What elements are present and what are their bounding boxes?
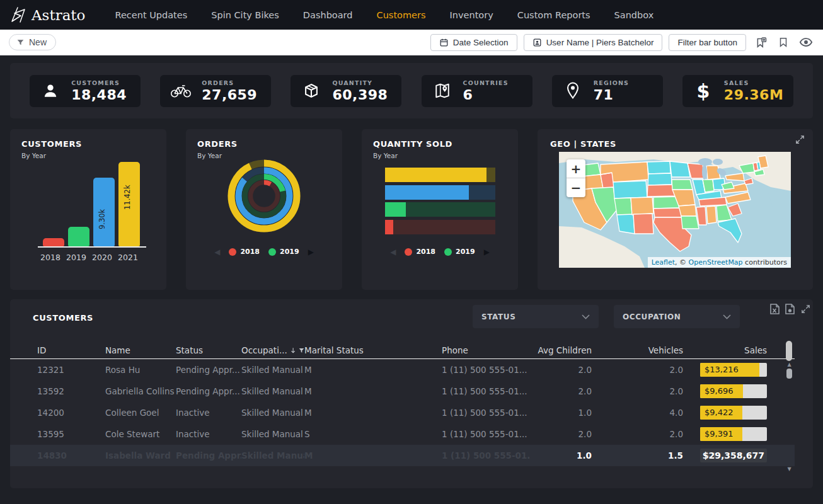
cell-marital: M <box>304 365 442 375</box>
status-filter-dropdown[interactable]: STATUS <box>473 305 599 328</box>
x-axis-labels: 2018 2019 2020 2021 <box>38 253 146 262</box>
sort-desc-icon[interactable] <box>291 346 296 354</box>
date-selection-label: Date Selection <box>453 38 509 47</box>
legend-item-2019[interactable]: 2019 <box>268 248 299 256</box>
bookmark-icon[interactable] <box>775 34 791 50</box>
hbar-2020[interactable] <box>385 185 495 200</box>
sales-bar: $9,391 <box>700 427 767 441</box>
x-tick: 2019 <box>64 253 89 262</box>
col-header-sales[interactable]: Sales <box>683 345 767 355</box>
hbar-2018[interactable] <box>385 220 495 234</box>
legend-next-icon[interactable]: ▶ <box>308 248 314 256</box>
cell-name: Gabriella Collins <box>105 386 176 396</box>
user-button[interactable]: User Name | Piers Batchelor <box>524 34 663 51</box>
cell-status: Inactive <box>176 429 241 439</box>
cell-vehicles: 2.0 <box>592 365 683 375</box>
legend-prev-icon[interactable]: ◀ <box>390 248 396 256</box>
bar-value-label: 9.30k <box>98 209 106 229</box>
table-scrollbar-thumb[interactable] <box>786 341 792 361</box>
cell-phone: 1 (11) 500 555-01... <box>442 408 530 418</box>
scroll-down-icon[interactable]: ▼ <box>786 467 792 472</box>
bar-2020[interactable]: 9.30k <box>93 178 115 246</box>
legend-next-icon[interactable]: ▶ <box>484 248 490 256</box>
export-excel-icon[interactable] <box>770 304 780 314</box>
leaflet-map[interactable]: + − Leaflet, © OpenStreetMap contributor… <box>559 152 791 268</box>
legend-label: 2018 <box>240 248 260 256</box>
donut-chart[interactable] <box>226 158 302 234</box>
map-icon <box>432 83 453 99</box>
nav-item-sandbox[interactable]: Sandbox <box>602 10 666 20</box>
legend-dot <box>405 248 412 256</box>
nav-menu: Recent Updates Spin City Bikes Dashboard… <box>103 10 665 20</box>
legend-label: 2018 <box>416 248 435 256</box>
customers-bar-chart-panel: CUSTOMERS By Year 9.30k 11.42k 2018 2019… <box>10 129 166 290</box>
col-header-marital[interactable]: Marital Status <box>304 345 442 355</box>
scroll-up-icon[interactable]: ▲ <box>786 362 792 367</box>
new-filter-button[interactable]: New <box>9 34 56 50</box>
table-row[interactable]: 13595 Cole Stewart Inactive Skilled Manu… <box>10 423 795 445</box>
bookmark-add-icon[interactable] <box>752 34 769 50</box>
nav-item-spin-city-bikes[interactable]: Spin City Bikes <box>199 10 291 20</box>
eye-icon[interactable] <box>798 34 814 50</box>
hbar-2019[interactable] <box>385 202 495 217</box>
hbar-2021[interactable] <box>385 168 495 182</box>
kpi-value: 18,484 <box>71 87 127 103</box>
bar-value-label: 11.42k <box>123 185 132 210</box>
calendar-icon <box>439 38 449 47</box>
col-header-vehicles[interactable]: Vehicles <box>592 345 683 355</box>
brand[interactable]: Astrato <box>10 6 85 24</box>
nav-item-custom-reports[interactable]: Custom Reports <box>505 10 602 20</box>
expand-icon[interactable] <box>795 134 805 145</box>
cell-occupation: Skilled Manual <box>241 429 304 439</box>
osm-link[interactable]: OpenStreetMap <box>689 258 743 266</box>
leaflet-link[interactable]: Leaflet <box>652 258 675 266</box>
bar-2018[interactable] <box>43 238 64 246</box>
bar-2021[interactable]: 11.42k <box>118 162 140 246</box>
donut-legend: ◀ 2018 2019 ▶ <box>186 248 342 256</box>
kpi-orders: ORDERS 27,659 <box>160 75 271 107</box>
us-states-map <box>559 152 791 268</box>
sales-bar: $9,696 <box>700 384 767 398</box>
nav-item-customers[interactable]: Customers <box>365 10 438 20</box>
col-header-status[interactable]: Status <box>176 345 241 355</box>
attribution-rest: contributors <box>743 258 787 266</box>
legend-prev-icon[interactable]: ◀ <box>214 248 220 256</box>
map-zoom-control: + − <box>567 159 585 197</box>
date-selection-button[interactable]: Date Selection <box>430 34 517 51</box>
col-header-name[interactable]: Name <box>105 345 176 355</box>
col-header-occupation[interactable]: Occupati... <box>241 345 304 355</box>
bar-chart-plot: 9.30k 11.42k <box>38 162 146 248</box>
ghost-cell-id: 14830 <box>37 450 105 461</box>
table-row[interactable]: 13592 Gabriella Collins Pending Appr... … <box>10 381 795 402</box>
export-document-icon[interactable] <box>785 304 795 314</box>
legend-item-2018[interactable]: 2018 <box>405 248 435 256</box>
cell-name: Cole Stewart <box>105 429 176 439</box>
legend-item-2018[interactable]: 2018 <box>229 248 260 256</box>
total-avg-children: 1.0 <box>530 450 592 461</box>
col-header-phone[interactable]: Phone <box>442 345 530 355</box>
ghost-cell-status: Pending Appr... <box>176 450 241 461</box>
kpi-customers: CUSTOMERS 18,484 <box>30 75 141 107</box>
expand-icon[interactable] <box>800 304 811 314</box>
grid-scrollbar-thumb[interactable] <box>786 369 792 379</box>
chart-title: QUANTITY SOLD <box>373 139 507 149</box>
cell-occupation: Skilled Manual <box>241 386 304 396</box>
col-header-avg-children[interactable]: Avg Children <box>530 345 592 355</box>
column-filter-icon[interactable] <box>299 347 304 354</box>
table-row[interactable]: 14200 Colleen Goel Inactive Skilled Manu… <box>10 402 795 423</box>
legend-dot <box>229 248 236 256</box>
filter-bar-button[interactable]: Filter bar button <box>669 34 746 51</box>
occupation-filter-dropdown[interactable]: OCCUPATION <box>614 305 740 328</box>
zoom-out-button[interactable]: − <box>567 178 585 197</box>
bar-2019[interactable] <box>68 227 89 246</box>
legend-item-2019[interactable]: 2019 <box>444 248 475 256</box>
table-row[interactable]: 12321 Rosa Hu Pending Appr... Skilled Ma… <box>10 359 795 381</box>
col-header-id[interactable]: ID <box>37 345 105 355</box>
nav-item-dashboard[interactable]: Dashboard <box>291 10 365 20</box>
col-header-occupation-label: Occupati... <box>241 345 287 355</box>
brand-name: Astrato <box>32 7 85 23</box>
zoom-in-button[interactable]: + <box>567 159 585 178</box>
nav-item-inventory[interactable]: Inventory <box>438 10 505 20</box>
nav-item-recent-updates[interactable]: Recent Updates <box>103 10 199 20</box>
cell-vehicles: 4.0 <box>592 408 683 418</box>
